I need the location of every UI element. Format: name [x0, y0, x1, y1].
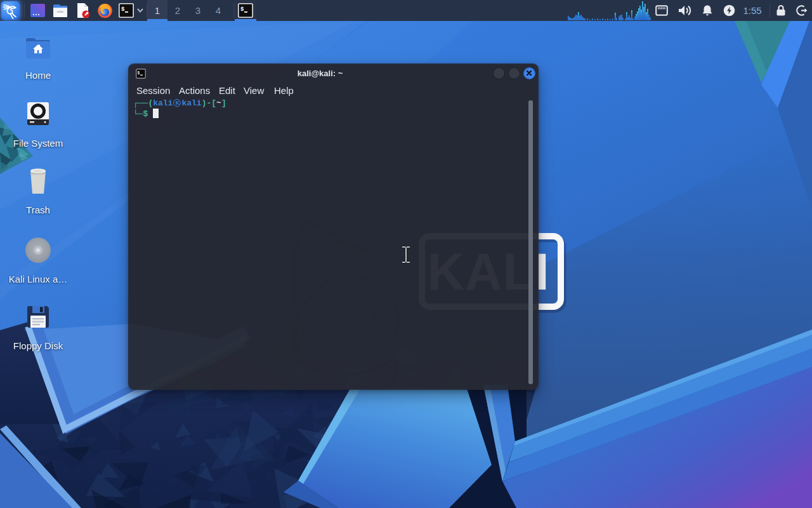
svg-text:$: $ [240, 6, 244, 13]
svg-text:$: $ [121, 6, 125, 13]
